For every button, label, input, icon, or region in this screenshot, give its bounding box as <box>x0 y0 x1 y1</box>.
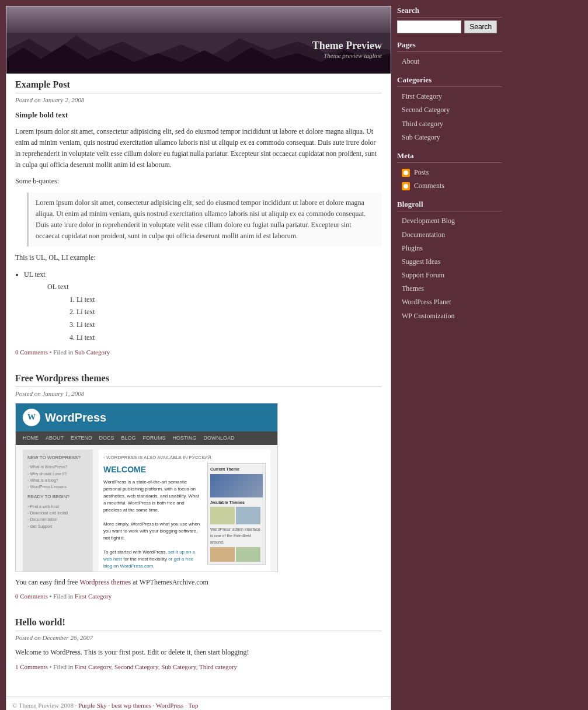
post-body: Lorem ipsum dolor sit amet, consectetur … <box>15 126 382 171</box>
sidebar-meta-section: Meta Posts Comments <box>397 151 502 193</box>
li-item-1: Li text <box>76 294 382 307</box>
site-footer: © Theme Preview 2008 · Purple Sky · best… <box>6 697 391 710</box>
footer-link-3[interactable]: Top <box>188 702 198 709</box>
category-link-hello-2[interactable]: Second Category <box>114 663 158 670</box>
post-footer-example: 0 Comments • Filed in Sub Category <box>15 349 382 356</box>
footer-link-2[interactable]: WordPress <box>156 702 183 709</box>
post-meta-example: Posted on January 2, 2008 <box>15 96 382 103</box>
ol-list: Li text Li text Li text Li text <box>76 294 382 344</box>
sidebar-pages-section: Pages About <box>397 40 502 68</box>
bquotes-label: Some b-quotes: <box>15 176 382 187</box>
site-header: Theme Preview Theme preview tagline <box>6 6 391 74</box>
wp-logo-bar: W WordPress <box>16 403 277 431</box>
sidebar-item-wordpress-planet[interactable]: WordPress Planet <box>397 295 502 309</box>
sidebar-pages-title: Pages <box>397 40 502 52</box>
sidebar-search-section: Search Search <box>397 6 502 33</box>
ul-list: UL text OL text Li text Li text Li text … <box>24 269 382 344</box>
header-title: Theme Preview Theme preview tagline <box>312 40 382 59</box>
ol-label: OL text Li text Li text Li text Li text <box>47 281 382 344</box>
post-content-hello: Welcome to WordPress. This is your first… <box>15 647 382 658</box>
wp-sidebar-inner: NEW TO WORDPRESS? ◦ What is WordPress?◦ … <box>23 450 93 573</box>
blockquote: Lorem ipsum dolor sit amet, consectetur … <box>27 193 382 247</box>
comments-link-hello[interactable]: 1 Comments <box>15 663 48 670</box>
category-link-hello-4[interactable]: Third category <box>199 663 237 670</box>
post-content-wp: W WordPress HOME ABOUT EXTEND DOCS BLOG … <box>15 403 382 588</box>
sidebar-categories-section: Categories First Category Second Categor… <box>397 75 502 144</box>
ul-item: UL text OL text Li text Li text Li text … <box>24 269 382 344</box>
sidebar-item-about[interactable]: About <box>397 55 502 68</box>
content-area: Example Post Posted on January 2, 2008 S… <box>6 74 391 697</box>
post-title-link-wp[interactable]: Free Wordpress themes <box>15 373 109 383</box>
footer-line-1: © Theme Preview 2008 · Purple Sky · best… <box>12 702 385 709</box>
post-title-link-example[interactable]: Example Post <box>15 79 70 89</box>
rss-icon-comments <box>402 182 410 190</box>
sidebar-item-suggest-ideas[interactable]: Suggest Ideas <box>397 255 502 269</box>
sidebar-item-posts[interactable]: Posts <box>397 166 502 179</box>
sidebar-blogroll-section: Blogroll Development Blog Documentation … <box>397 200 502 323</box>
sidebar-item-support-forum[interactable]: Support Forum <box>397 269 502 282</box>
post-content-example: Simple bold text Lorem ipsum dolor sit a… <box>15 109 382 344</box>
sidebar-item-wp-customization[interactable]: WP Customization <box>397 309 502 323</box>
sidebar-blogroll-title: Blogroll <box>397 200 502 211</box>
bold-text: Simple bold text <box>15 109 382 121</box>
sidebar-item-themes[interactable]: Themes <box>397 282 502 295</box>
category-link-example[interactable]: Sub Category <box>75 349 110 356</box>
wp-nav-bar: HOME ABOUT EXTEND DOCS BLOG FORUMS HOSTI… <box>16 431 277 444</box>
post-footer-hello: 1 Comments • Filed in First Category, Se… <box>15 663 382 670</box>
wp-themes-box: Current Theme Available Themes WordPress… <box>207 463 266 565</box>
post-meta-wp: Posted on January 1, 2008 <box>15 390 382 397</box>
ul-ol-label: This is UL, OL, LI example: <box>15 252 382 263</box>
wp-themes-link[interactable]: Wordpress themes <box>79 578 131 586</box>
post-body-hello: Welcome to WordPress. This is your first… <box>15 647 382 658</box>
rss-icon-posts <box>402 169 410 177</box>
sidebar-item-first-category[interactable]: First Category <box>397 90 502 103</box>
post-wordpress-themes: Free Wordpress themes Posted on January … <box>15 373 382 605</box>
sidebar-item-second-category[interactable]: Second Category <box>397 103 502 117</box>
wp-themes-text: You can easy find free Wordpress themes … <box>15 577 382 588</box>
wp-body: NEW TO WORDPRESS? ◦ What is WordPress?◦ … <box>16 445 277 573</box>
wordpress-screenshot: W WordPress HOME ABOUT EXTEND DOCS BLOG … <box>15 403 278 572</box>
post-footer-wp: 0 Comments • Filed in First Category <box>15 593 382 600</box>
category-link-wp[interactable]: First Category <box>75 593 112 600</box>
footer-link-1[interactable]: best wp themes <box>112 702 151 709</box>
comments-link-wp[interactable]: 0 Comments <box>15 593 48 600</box>
search-button[interactable]: Search <box>464 20 497 33</box>
post-meta-hello: Posted on December 26, 2007 <box>15 634 382 641</box>
post-title-link-hello[interactable]: Hello world! <box>15 617 65 627</box>
footer-link-0[interactable]: Purple Sky <box>78 702 107 709</box>
sidebar-item-comments[interactable]: Comments <box>397 179 502 193</box>
sidebar-search-title: Search <box>397 6 502 18</box>
post-title-wp: Free Wordpress themes <box>15 373 382 387</box>
category-link-hello-3[interactable]: Sub Category <box>161 663 196 670</box>
search-form: Search <box>397 20 502 33</box>
sidebar: Search Search Pages About Categories Fir… <box>397 6 502 330</box>
wp-logo-circle: W <box>23 409 40 426</box>
post-hello-world: Hello world! Posted on December 26, 2007… <box>15 617 382 676</box>
category-link-hello-1[interactable]: First Category <box>75 663 112 670</box>
sidebar-item-sub-category[interactable]: Sub Category <box>397 131 502 144</box>
sidebar-item-third-category[interactable]: Third category <box>397 117 502 131</box>
li-item-4: Li text <box>76 332 382 344</box>
search-input[interactable] <box>397 20 461 33</box>
sidebar-item-plugins[interactable]: Plugins <box>397 242 502 255</box>
wp-logo-text: WordPress <box>45 408 106 427</box>
sidebar-meta-title: Meta <box>397 151 502 163</box>
li-item-3: Li text <box>76 319 382 332</box>
sidebar-categories-title: Categories <box>397 75 502 87</box>
post-title-hello: Hello world! <box>15 617 382 631</box>
main-content: Theme Preview Theme preview tagline Exam… <box>6 6 391 710</box>
comments-link-example[interactable]: 0 Comments <box>15 349 48 356</box>
post-example: Example Post Posted on January 2, 2008 S… <box>15 79 382 361</box>
wp-main-content: ◦ WORDPRESS IS ALSO AVAILABLE IN РУССКИЙ… <box>99 450 270 573</box>
sidebar-item-documentation[interactable]: Documentation <box>397 228 502 242</box>
sidebar-item-development-blog[interactable]: Development Blog <box>397 214 502 228</box>
site-title: Theme Preview <box>312 40 382 52</box>
li-item-2: Li text <box>76 306 382 319</box>
site-tagline: Theme preview tagline <box>312 52 382 59</box>
post-title-example: Example Post <box>15 79 382 93</box>
